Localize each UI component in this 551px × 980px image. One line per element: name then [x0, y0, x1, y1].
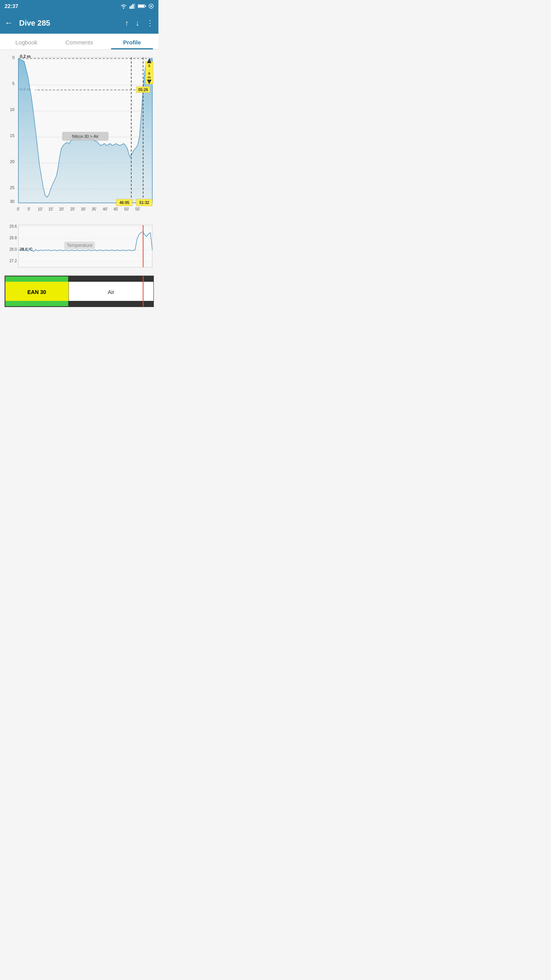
svg-text:5: 5 — [148, 64, 150, 68]
svg-text:25: 25 — [10, 185, 15, 190]
profile-content: 0 5 10 15 20 25 30 0.2 m 6.0 m — [0, 50, 158, 314]
profile-svg: 0 5 10 15 20 25 30 0.2 m 6.0 m — [3, 54, 155, 222]
profile-chart-container: 0 5 10 15 20 25 30 0.2 m 6.0 m — [3, 54, 155, 223]
svg-point-9 — [150, 5, 152, 7]
svg-text:10: 10 — [10, 107, 15, 112]
svg-text:0': 0' — [17, 207, 20, 211]
svg-text:45': 45' — [113, 207, 118, 211]
svg-text:05:26: 05:26 — [138, 88, 148, 92]
download-button[interactable]: ↓ — [135, 19, 139, 28]
svg-rect-6 — [145, 5, 146, 7]
svg-text:51:32: 51:32 — [139, 201, 149, 205]
signal-icon — [129, 3, 135, 9]
tab-comments[interactable]: Comments — [53, 34, 106, 49]
svg-text:15': 15' — [48, 207, 53, 211]
svg-rect-4 — [134, 3, 135, 9]
svg-text:Air: Air — [108, 289, 114, 295]
svg-text:55': 55' — [135, 207, 140, 211]
tab-profile[interactable]: Profile — [106, 34, 158, 49]
back-button[interactable]: ← — [5, 18, 13, 28]
svg-point-0 — [123, 8, 124, 9]
svg-text:46:05: 46:05 — [119, 201, 129, 205]
svg-text:Nitrox 30 > Air: Nitrox 30 > Air — [72, 134, 99, 139]
svg-text:5: 5 — [12, 81, 15, 86]
svg-text:EAN 30: EAN 30 — [27, 289, 46, 295]
gas-mix-container: EAN 30 Air EAN 30 — [3, 274, 155, 310]
svg-text:m: m — [148, 75, 151, 79]
svg-point-46 — [78, 135, 82, 139]
status-time: 22:37 — [5, 3, 18, 9]
wifi-icon — [120, 3, 127, 9]
svg-text:30': 30' — [81, 207, 86, 211]
svg-text:20': 20' — [59, 207, 64, 211]
status-bar: 22:37 — [0, 0, 158, 12]
status-icons — [120, 3, 154, 9]
svg-rect-78 — [68, 276, 153, 282]
battery-icon — [138, 4, 146, 8]
svg-text:.: . — [149, 68, 150, 72]
gas-svg: EAN 30 Air EAN 30 — [3, 274, 155, 309]
svg-text:30: 30 — [10, 199, 15, 204]
svg-rect-3 — [132, 4, 134, 9]
svg-text:0.2 m: 0.2 m — [20, 54, 31, 59]
svg-text:35': 35' — [91, 207, 96, 211]
tab-logbook[interactable]: Logbook — [0, 34, 53, 49]
upload-button[interactable]: ↑ — [125, 19, 129, 28]
svg-text:0: 0 — [12, 55, 15, 60]
header-actions: ↑ ↓ ⋮ — [125, 18, 154, 28]
circle-icon — [148, 3, 154, 9]
svg-text:28.0: 28.0 — [10, 247, 17, 252]
svg-text:20: 20 — [10, 159, 15, 164]
svg-text:15: 15 — [10, 133, 15, 138]
tab-bar: Logbook Comments Profile — [0, 34, 158, 50]
more-button[interactable]: ⋮ — [146, 18, 154, 28]
svg-text:10': 10' — [37, 207, 42, 211]
page-title: Dive 285 — [19, 19, 125, 28]
svg-text:40': 40' — [103, 207, 108, 211]
svg-text:8: 8 — [148, 72, 150, 75]
svg-rect-1 — [129, 7, 130, 9]
svg-text:25': 25' — [70, 207, 75, 211]
svg-text:27.2: 27.2 — [10, 259, 17, 263]
svg-rect-74 — [5, 276, 68, 282]
svg-rect-2 — [131, 5, 132, 9]
svg-text:Temperature: Temperature — [67, 243, 93, 248]
app-header: ← Dive 285 ↑ ↓ ⋮ — [0, 12, 158, 34]
svg-text:28.8: 28.8 — [10, 236, 17, 240]
svg-rect-80 — [68, 301, 153, 306]
svg-text:50': 50' — [124, 207, 129, 211]
svg-rect-76 — [5, 301, 68, 306]
svg-text:5': 5' — [28, 207, 31, 211]
temperature-svg: 29.6 28.8 28.0 27.2 Temperature 28.0 °C — [3, 223, 155, 273]
temperature-chart-container: 29.6 28.8 28.0 27.2 Temperature 28.0 °C — [3, 223, 155, 274]
svg-rect-7 — [138, 5, 144, 7]
svg-text:29.6: 29.6 — [10, 224, 17, 229]
